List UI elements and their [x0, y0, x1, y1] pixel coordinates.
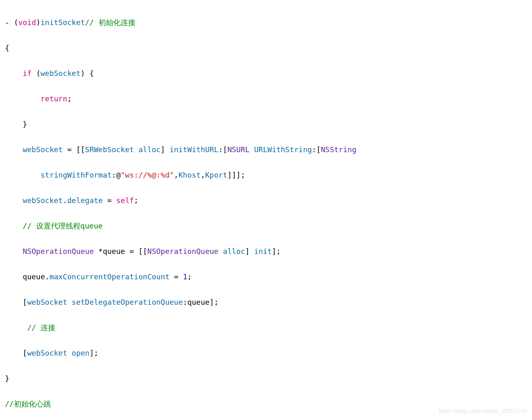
code-line: stringWithFormat:@"ws://%@:%d",Khost,Kpo…: [5, 169, 532, 181]
code-line: // 连接: [5, 321, 532, 334]
code-line: - (void)initSocket// 初始化连接: [5, 16, 532, 29]
watermark: https://blog.csdn.net/qq_28551705: [439, 405, 527, 418]
code-line: {: [5, 41, 532, 54]
code-editor[interactable]: - (void)initSocket// 初始化连接 { if (webSock…: [0, 0, 532, 420]
code-line: queue.maxConcurrentOperationCount = 1;: [5, 270, 532, 283]
code-line: NSOperationQueue *queue = [[NSOperationQ…: [5, 245, 532, 258]
code-line: }: [5, 118, 532, 130]
code-line: return;: [5, 92, 532, 105]
code-line: webSocket = [[SRWebSocket alloc] initWit…: [5, 143, 532, 156]
code-line: }: [5, 372, 532, 385]
code-line: if (webSocket) {: [5, 67, 532, 80]
code-line: [webSocket open];: [5, 347, 532, 359]
code-line: // 设置代理线程queue: [5, 219, 532, 232]
code-line: webSocket.delegate = self;: [5, 194, 532, 207]
code-line: [webSocket setDelegateOperationQueue:que…: [5, 296, 532, 308]
